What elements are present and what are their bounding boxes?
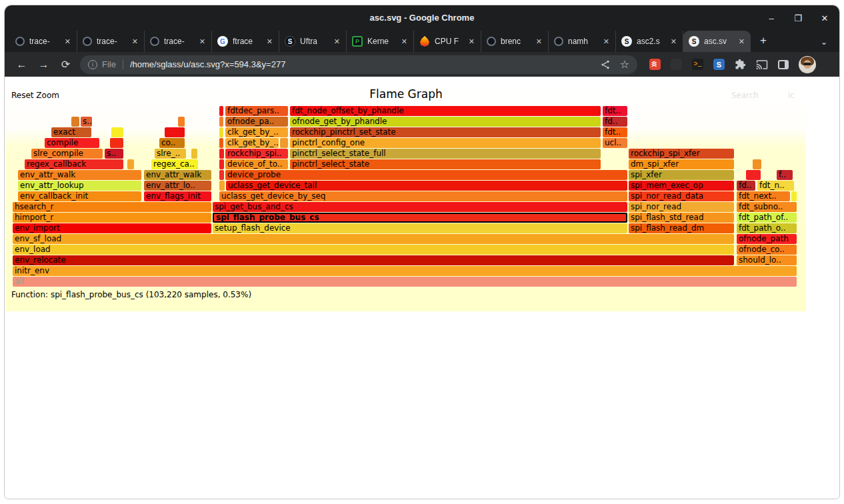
flame-frame-himport-r[interactable]: himport_r (13, 213, 211, 223)
flame-frame-pinctrl-select-state-full[interactable]: pinctrl_select_state_full (290, 149, 601, 159)
flame-frame[interactable] (165, 127, 185, 137)
tab-brenc[interactable]: brenc✕ (481, 31, 549, 52)
tab-close-icon[interactable]: ✕ (130, 36, 140, 47)
todoist-extension-icon[interactable] (649, 59, 661, 70)
flame-frame-ofnode-get-by-phandle[interactable]: ofnode_get_by_phandle (290, 117, 601, 127)
flame-frame-fdt-node-offset-by-phandle[interactable]: fdt_node_offset_by_phandle (290, 106, 601, 116)
flame-frame-rockchip-spi-xfer[interactable]: rockchip_spi_xfer (629, 149, 734, 159)
maximize-button[interactable]: ❐ (793, 13, 803, 23)
tab-asc2-s[interactable]: Sasc2.s✕ (616, 31, 683, 52)
flame-frame-fdt-subno-[interactable]: fdt_subno.. (737, 202, 797, 212)
flame-frame-slre-[interactable]: slre_.. (155, 149, 186, 159)
flame-frame-rockchip-spi-[interactable]: rockchip_spi.. (225, 149, 288, 159)
flame-frame-fdt-[interactable]: fdt.. (603, 106, 627, 116)
flame-frame-spi-mem-exec-op[interactable]: spi_mem_exec_op (629, 181, 734, 191)
flame-frame[interactable] (178, 117, 185, 127)
flame-frame-slre-compile[interactable]: slre_compile (31, 149, 103, 159)
tab-close-icon[interactable]: ✕ (534, 36, 544, 47)
flame-frame-ofnode-path[interactable]: ofnode_path (737, 234, 797, 244)
flame-frame-spi-xfer[interactable]: spi_xfer (629, 170, 734, 180)
flame-frame-spi-nor-read-data[interactable]: spi_nor_read_data (629, 191, 734, 201)
terminal-extension-icon[interactable]: >_ (692, 59, 703, 70)
tab-close-icon[interactable]: ✕ (332, 36, 342, 47)
flame-frame-hsearch-r[interactable]: hsearch_r (13, 202, 211, 212)
flame-frame-env-load[interactable]: env_load (13, 245, 734, 255)
flame-frame-fdt-path-of-[interactable]: fdt_path_of.. (737, 213, 797, 223)
bookmark-star-icon[interactable]: ☆ (620, 58, 629, 71)
flame-frame[interactable] (219, 138, 223, 148)
flame-frame[interactable] (219, 127, 223, 137)
flame-frame-env-relocate[interactable]: env_relocate (13, 255, 734, 265)
flame-frame[interactable] (191, 149, 197, 159)
flame-frame-env-attr-walk[interactable]: env_attr_walk (18, 170, 141, 180)
tab-close-icon[interactable]: ✕ (737, 36, 747, 47)
flame-frame[interactable] (280, 138, 288, 148)
reload-button[interactable]: ⟳ (55, 55, 76, 75)
new-tab-button[interactable]: + (755, 33, 772, 50)
flame-frame-clk-get-by-[interactable]: clk_get_by_.. (225, 127, 288, 137)
flame-frame-ofnode-co-[interactable]: ofnode_co.. (737, 245, 797, 255)
flame-frame-fd-[interactable]: fd.. (603, 117, 627, 127)
flame-frame-device-of-to-[interactable]: device_of_to.. (225, 159, 288, 169)
tab-trace-[interactable]: trace-✕ (77, 31, 145, 52)
address-bar[interactable]: i File /home/sglass/u/asc.svg?x=594.3&y=… (80, 55, 637, 74)
url-text[interactable]: /home/sglass/u/asc.svg?x=594.3&y=277 (130, 59, 591, 69)
flame-frame-s-[interactable]: s.. (105, 149, 123, 159)
share-icon[interactable] (600, 59, 611, 70)
flame-frame-fd-[interactable]: fd.. (737, 181, 755, 191)
tab-kerne[interactable]: PKerne✕ (347, 31, 414, 52)
tab-asc-sv[interactable]: Sasc.sv✕ (683, 31, 751, 52)
flame-frame[interactable] (219, 181, 225, 191)
flame-frame-fdt-n-[interactable]: fdt_n.. (757, 181, 794, 191)
cast-icon[interactable] (756, 59, 768, 71)
flame-frame[interactable] (791, 191, 797, 201)
flame-frame-env-import[interactable]: env_import (13, 223, 211, 233)
flame-frame-spi-flash-std-read[interactable]: spi_flash_std_read (629, 213, 734, 223)
flame-frame-ucl-[interactable]: ucl.. (603, 138, 627, 148)
flame-frame[interactable] (71, 117, 79, 127)
flame-frame-pinctrl-config-one[interactable]: pinctrl_config_one (290, 138, 601, 148)
flame-frame[interactable] (111, 127, 123, 137)
flame-frame-fdt-path-o-[interactable]: fdt_path_o.. (737, 223, 797, 233)
tab-uftra[interactable]: SUftra✕ (279, 31, 347, 52)
flame-frame-spi-get-bus-and-cs[interactable]: spi_get_bus_and_cs (213, 202, 627, 212)
flame-frame-ofnode-pa-[interactable]: ofnode_pa.. (225, 117, 288, 127)
chrome-menu-icon[interactable]: ⋮ (835, 59, 839, 71)
tab-trace-[interactable]: trace-✕ (10, 31, 77, 52)
flame-frame-exact[interactable]: exact (51, 127, 91, 137)
flame-frame[interactable] (746, 170, 761, 180)
flame-frame-regex-callback[interactable]: regex_callback (25, 159, 123, 169)
flame-frame-pinctrl-select-state[interactable]: pinctrl_select_state (290, 159, 601, 169)
flame-frame-spi-flash-read-dm[interactable]: spi_flash_read_dm (629, 223, 734, 233)
tab-namh[interactable]: namh✕ (549, 31, 616, 52)
flame-frame-rockchip-pinctrl-set-state[interactable]: rockchip_pinctrl_set_state (290, 127, 601, 137)
flame-frame-env-flags-init[interactable]: env_flags_init (144, 191, 211, 201)
flame-frame-fdt-next-[interactable]: fdt_next.. (737, 191, 790, 201)
tab-close-icon[interactable]: ✕ (63, 36, 73, 47)
flame-frame-env-attr-walk[interactable]: env_attr_walk (144, 170, 211, 180)
flame-frame[interactable] (127, 159, 134, 169)
flame-frame-spi-nor-read[interactable]: spi_nor_read (629, 202, 734, 212)
flame-frame-spl-flash-probe-bus-cs[interactable]: spl_flash_probe_bus_cs (213, 213, 627, 223)
forward-button[interactable]: → (33, 55, 54, 75)
flame-frame[interactable] (219, 159, 224, 169)
tab-close-icon[interactable]: ✕ (265, 36, 275, 47)
flame-frame[interactable] (219, 170, 224, 180)
flame-frame-regex-ca-[interactable]: regex_ca.. (151, 159, 198, 169)
close-button[interactable]: ✕ (819, 13, 830, 23)
profile-avatar[interactable] (799, 56, 816, 73)
tab-overflow-chevron-icon[interactable]: ⌄ (821, 37, 827, 47)
flame-frame[interactable] (110, 138, 123, 148)
ignore-case-button[interactable]: ic (788, 91, 795, 100)
flame-frame[interactable] (219, 106, 223, 116)
tab-close-icon[interactable]: ✕ (669, 36, 679, 47)
search-button[interactable]: Search (731, 91, 759, 100)
flame-frame-compile[interactable]: compile (45, 138, 99, 148)
flame-frame[interactable] (219, 149, 224, 159)
flame-frame-should-lo-[interactable]: should_lo.. (737, 255, 797, 265)
extensions-puzzle-icon[interactable] (735, 59, 746, 70)
flame-frame-env-attr-lo-[interactable]: env_attr_lo.. (144, 181, 211, 191)
tab-trace-[interactable]: trace-✕ (145, 31, 212, 52)
side-panel-icon[interactable] (778, 60, 789, 69)
s-extension-icon[interactable]: S (713, 59, 725, 70)
